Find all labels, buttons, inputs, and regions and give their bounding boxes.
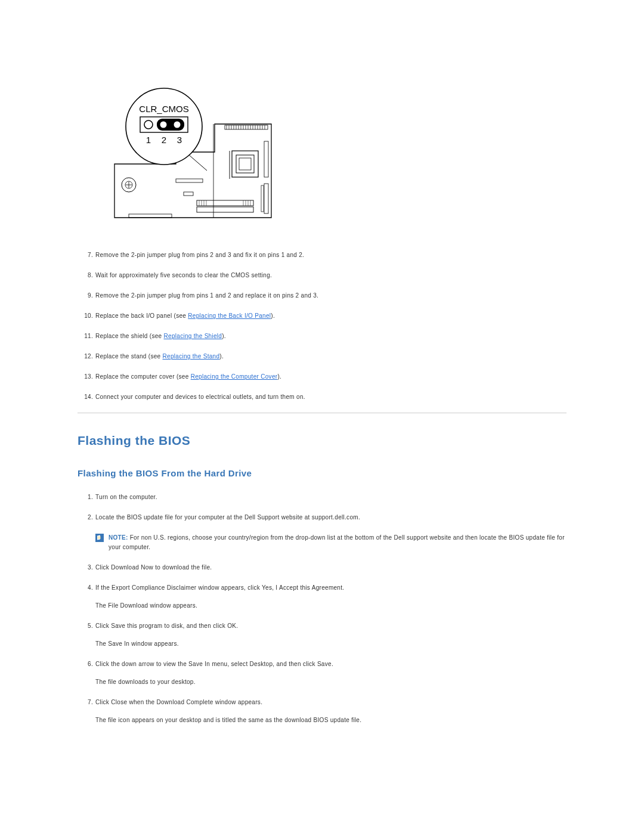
step-12: 12.Replace the stand (see Replacing the … [78,352,566,361]
step-text: Connect your computer and devices to ele… [95,394,305,400]
step-b4: 4. If the Export Compliance Disclaimer w… [78,583,566,611]
svg-rect-37 [176,179,203,182]
subsection-title-from-hard-drive: Flashing the BIOS From the Hard Drive [78,468,566,478]
svg-rect-24 [264,184,268,213]
step-text: Click the down arrow to view the Save In… [95,661,333,667]
step-sub: The file downloads to your desktop. [95,677,566,687]
step-text: Click Download Now to download the file. [95,564,212,571]
step-b7: 7. Click Close when the Download Complet… [78,698,566,725]
svg-rect-26 [197,200,253,206]
svg-rect-38 [184,192,193,196]
step-text: Turn on the computer. [95,494,157,500]
step-10: 10.Replace the back I/O panel (see Repla… [78,311,566,321]
step-text: Replace the back I/O panel (see [95,312,188,319]
note-icon [95,534,104,542]
pin-label-1: 1 [146,135,151,145]
step-b3: 3.Click Download Now to download the fil… [78,563,566,572]
motherboard-diagram: CLR_CMOS 1 2 3 [107,83,566,227]
step-text: Replace the computer cover (see [95,373,191,380]
step-b5: 5. Click Save this program to disk, and … [78,621,566,649]
step-text: Remove the 2-pin jumper plug from pins 2… [95,252,304,258]
pin-label-3: 3 [177,135,182,145]
step-text: Wait for approximately five seconds to c… [95,272,272,278]
steps-clear-cmos-continued: 7.Remove the 2-pin jumper plug from pins… [78,250,566,402]
svg-rect-27 [197,207,253,212]
step-11: 11.Replace the shield (see Replacing the… [78,332,566,341]
pin-label-2: 2 [162,135,166,145]
step-b6: 6. Click the down arrow to view the Save… [78,659,566,687]
step-text: Replace the stand (see [95,353,163,360]
step-b1: 1.Turn on the computer. [78,493,566,502]
link-replacing-stand[interactable]: Replacing the Stand [163,353,220,360]
step-b2: 2.Locate the BIOS update file for your c… [78,513,566,522]
svg-rect-36 [129,214,172,218]
step-sub: The File Download window appears. [95,601,566,611]
link-replacing-shield[interactable]: Replacing the Shield [164,333,222,339]
step-9: 9.Remove the 2-pin jumper plug from pins… [78,291,566,301]
step-text: Remove the 2-pin jumper plug from pins 1… [95,292,318,299]
step-14: 14.Connect your computer and devices to … [78,392,566,402]
svg-point-47 [160,122,167,128]
callout-label: CLR_CMOS [139,104,188,114]
section-separator [78,413,566,413]
step-text: Locate the BIOS update file for your com… [95,514,360,521]
svg-rect-20 [236,155,254,173]
steps-flash-bios: 1.Turn on the computer. 2.Locate the BIO… [78,493,566,522]
step-text: Click Close when the Download Complete w… [95,699,262,705]
note-text: For non U.S. regions, choose your countr… [109,534,565,550]
link-replacing-computer-cover[interactable]: Replacing the Computer Cover [191,373,278,380]
link-replacing-back-io-panel[interactable]: Replacing the Back I/O Panel [188,312,271,319]
step-sub: The file icon appears on your desktop an… [95,716,566,725]
svg-point-48 [174,122,181,128]
step-text: If the Export Compliance Disclaimer wind… [95,584,344,591]
svg-rect-25 [261,185,264,212]
step-13: 13.Replace the computer cover (see Repla… [78,372,566,382]
svg-rect-23 [264,141,268,177]
step-8: 8.Wait for approximately five seconds to… [78,271,566,280]
steps-flash-bios-continued: 3.Click Download Now to download the fil… [78,563,566,725]
note-label: NOTE: [109,534,128,541]
svg-rect-21 [239,158,251,170]
step-text: Replace the shield (see [95,333,164,339]
section-title-flashing-bios: Flashing the BIOS [78,433,566,448]
step-sub: The Save In window appears. [95,639,566,649]
svg-line-49 [189,155,207,171]
step-7: 7.Remove the 2-pin jumper plug from pins… [78,250,566,260]
note-region: NOTE: For non U.S. regions, choose your … [95,533,566,552]
step-text: Click Save this program to disk, and the… [95,623,238,629]
